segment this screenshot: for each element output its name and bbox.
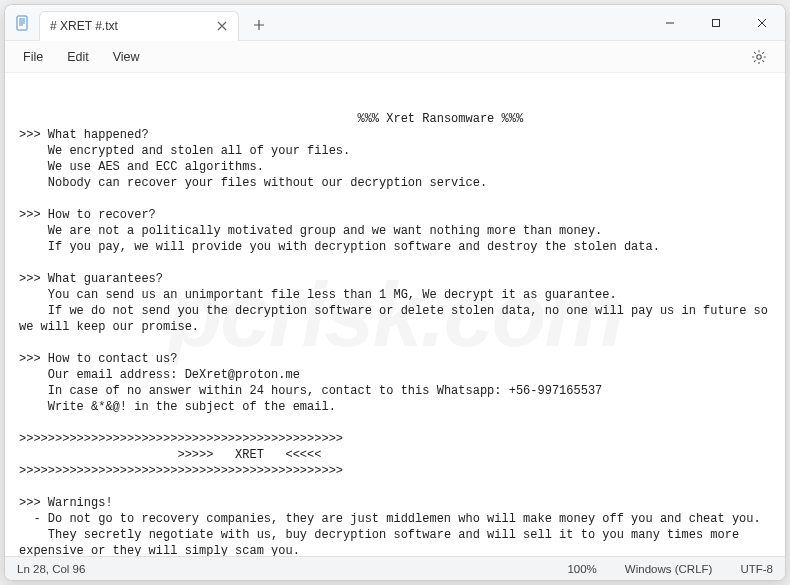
line-ending[interactable]: Windows (CRLF) <box>625 563 713 575</box>
title-bar: # XRET #.txt <box>5 5 785 41</box>
status-right: 100% Windows (CRLF) UTF-8 <box>567 563 773 575</box>
cursor-position: Ln 28, Col 96 <box>17 563 85 575</box>
minimize-button[interactable] <box>647 5 693 41</box>
maximize-button[interactable] <box>693 5 739 41</box>
window-controls <box>647 5 785 41</box>
file-tab[interactable]: # XRET #.txt <box>39 11 239 41</box>
close-window-button[interactable] <box>739 5 785 41</box>
tab-title: # XRET #.txt <box>50 19 214 33</box>
encoding[interactable]: UTF-8 <box>740 563 773 575</box>
menu-view[interactable]: View <box>101 46 152 68</box>
menu-edit[interactable]: Edit <box>55 46 101 68</box>
document-content: %%% Xret Ransomware %%% >>> What happene… <box>19 112 775 556</box>
menu-bar: File Edit View <box>5 41 785 73</box>
notepad-window: # XRET #.txt File Edit View <box>4 4 786 581</box>
gear-icon <box>751 49 767 65</box>
zoom-level[interactable]: 100% <box>567 563 596 575</box>
settings-button[interactable] <box>747 45 771 69</box>
close-tab-icon[interactable] <box>214 18 230 34</box>
app-icon <box>15 15 31 31</box>
new-tab-button[interactable] <box>245 11 273 39</box>
status-bar: Ln 28, Col 96 100% Windows (CRLF) UTF-8 <box>5 556 785 580</box>
text-editor[interactable]: pcrisk.com %%% Xret Ransomware %%% >>> W… <box>5 73 785 556</box>
svg-rect-5 <box>713 19 720 26</box>
menu-file[interactable]: File <box>11 46 55 68</box>
